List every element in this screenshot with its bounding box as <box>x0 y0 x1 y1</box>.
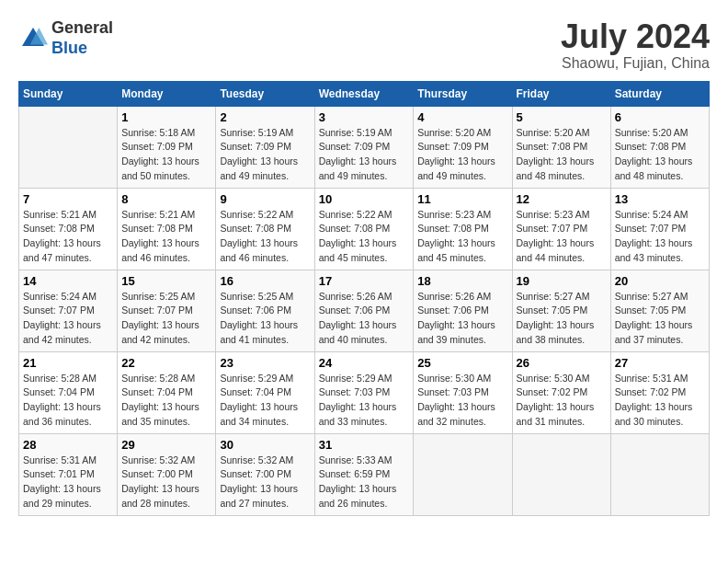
calendar-cell: 23Sunrise: 5:29 AMSunset: 7:04 PMDayligh… <box>216 351 314 433</box>
calendar-cell: 11Sunrise: 5:23 AMSunset: 7:08 PMDayligh… <box>414 188 512 270</box>
calendar-cell: 4Sunrise: 5:20 AMSunset: 7:09 PMDaylight… <box>414 106 512 188</box>
day-number: 28 <box>23 438 113 452</box>
day-info: Sunrise: 5:22 AMSunset: 7:08 PMDaylight:… <box>319 208 410 266</box>
day-number: 6 <box>615 110 705 124</box>
day-number: 5 <box>517 110 607 124</box>
day-info: Sunrise: 5:26 AMSunset: 7:06 PMDaylight:… <box>417 290 507 348</box>
day-number: 11 <box>417 192 507 206</box>
calendar-cell: 2Sunrise: 5:19 AMSunset: 7:09 PMDaylight… <box>216 106 314 188</box>
day-info: Sunrise: 5:30 AMSunset: 7:03 PMDaylight:… <box>417 372 507 430</box>
day-number: 21 <box>23 356 113 370</box>
day-info: Sunrise: 5:33 AMSunset: 6:59 PMDaylight:… <box>319 454 410 511</box>
day-info: Sunrise: 5:20 AMSunset: 7:08 PMDaylight:… <box>615 126 705 184</box>
weekday-header: Sunday <box>19 81 118 106</box>
calendar-cell: 28Sunrise: 5:31 AMSunset: 7:01 PMDayligh… <box>19 433 118 515</box>
day-number: 9 <box>220 192 310 206</box>
calendar-week-row: 7Sunrise: 5:21 AMSunset: 7:08 PMDaylight… <box>19 188 710 270</box>
day-info: Sunrise: 5:20 AMSunset: 7:08 PMDaylight:… <box>517 126 607 184</box>
day-number: 29 <box>121 438 211 452</box>
calendar-cell <box>512 433 610 515</box>
calendar-cell: 24Sunrise: 5:29 AMSunset: 7:03 PMDayligh… <box>314 351 414 433</box>
day-info: Sunrise: 5:25 AMSunset: 7:06 PMDaylight:… <box>220 290 310 348</box>
calendar-cell: 26Sunrise: 5:30 AMSunset: 7:02 PMDayligh… <box>512 351 610 433</box>
day-number: 24 <box>319 356 410 370</box>
day-info: Sunrise: 5:18 AMSunset: 7:09 PMDaylight:… <box>121 126 211 184</box>
calendar-cell: 14Sunrise: 5:24 AMSunset: 7:07 PMDayligh… <box>19 270 118 351</box>
calendar-cell: 25Sunrise: 5:30 AMSunset: 7:03 PMDayligh… <box>414 351 512 433</box>
day-info: Sunrise: 5:23 AMSunset: 7:07 PMDaylight:… <box>517 208 607 266</box>
calendar-cell <box>414 433 512 515</box>
calendar-week-row: 28Sunrise: 5:31 AMSunset: 7:01 PMDayligh… <box>19 433 710 515</box>
day-info: Sunrise: 5:32 AMSunset: 7:00 PMDaylight:… <box>220 454 310 511</box>
calendar-cell: 20Sunrise: 5:27 AMSunset: 7:05 PMDayligh… <box>610 270 709 351</box>
day-number: 10 <box>319 192 410 206</box>
day-info: Sunrise: 5:30 AMSunset: 7:02 PMDaylight:… <box>517 372 607 430</box>
calendar-cell: 27Sunrise: 5:31 AMSunset: 7:02 PMDayligh… <box>610 351 709 433</box>
calendar-cell: 22Sunrise: 5:28 AMSunset: 7:04 PMDayligh… <box>118 351 216 433</box>
calendar-week-row: 1Sunrise: 5:18 AMSunset: 7:09 PMDaylight… <box>19 106 710 188</box>
day-info: Sunrise: 5:27 AMSunset: 7:05 PMDaylight:… <box>517 290 607 348</box>
calendar-week-row: 14Sunrise: 5:24 AMSunset: 7:07 PMDayligh… <box>19 270 710 351</box>
weekday-header: Monday <box>118 81 216 106</box>
day-number: 13 <box>615 192 705 206</box>
calendar-table: SundayMondayTuesdayWednesdayThursdayFrid… <box>18 81 710 516</box>
day-info: Sunrise: 5:29 AMSunset: 7:03 PMDaylight:… <box>319 372 410 430</box>
day-info: Sunrise: 5:25 AMSunset: 7:07 PMDaylight:… <box>121 290 211 348</box>
day-number: 3 <box>319 110 410 124</box>
day-info: Sunrise: 5:23 AMSunset: 7:08 PMDaylight:… <box>417 208 507 266</box>
day-number: 19 <box>517 274 607 288</box>
calendar-cell: 31Sunrise: 5:33 AMSunset: 6:59 PMDayligh… <box>314 433 414 515</box>
logo-icon <box>18 24 48 53</box>
month-year: July 2024 <box>561 18 710 55</box>
calendar-cell: 8Sunrise: 5:21 AMSunset: 7:08 PMDaylight… <box>118 188 216 270</box>
day-info: Sunrise: 5:19 AMSunset: 7:09 PMDaylight:… <box>319 126 410 184</box>
logo-blue: Blue <box>51 39 113 59</box>
calendar-cell: 30Sunrise: 5:32 AMSunset: 7:00 PMDayligh… <box>216 433 314 515</box>
day-number: 27 <box>615 356 705 370</box>
calendar-cell <box>19 106 118 188</box>
day-number: 23 <box>220 356 310 370</box>
calendar-cell: 16Sunrise: 5:25 AMSunset: 7:06 PMDayligh… <box>216 270 314 351</box>
day-number: 20 <box>615 274 705 288</box>
weekday-header: Saturday <box>610 81 709 106</box>
calendar-cell: 19Sunrise: 5:27 AMSunset: 7:05 PMDayligh… <box>512 270 610 351</box>
calendar-cell <box>610 433 709 515</box>
calendar-cell: 12Sunrise: 5:23 AMSunset: 7:07 PMDayligh… <box>512 188 610 270</box>
calendar-cell: 21Sunrise: 5:28 AMSunset: 7:04 PMDayligh… <box>19 351 118 433</box>
calendar-cell: 1Sunrise: 5:18 AMSunset: 7:09 PMDaylight… <box>118 106 216 188</box>
day-number: 22 <box>121 356 211 370</box>
day-number: 30 <box>220 438 310 452</box>
calendar-cell: 13Sunrise: 5:24 AMSunset: 7:07 PMDayligh… <box>610 188 709 270</box>
calendar-cell: 5Sunrise: 5:20 AMSunset: 7:08 PMDaylight… <box>512 106 610 188</box>
day-info: Sunrise: 5:31 AMSunset: 7:01 PMDaylight:… <box>23 454 113 511</box>
day-number: 7 <box>23 192 113 206</box>
day-info: Sunrise: 5:28 AMSunset: 7:04 PMDaylight:… <box>121 372 211 430</box>
weekday-header-row: SundayMondayTuesdayWednesdayThursdayFrid… <box>19 81 710 106</box>
calendar-cell: 6Sunrise: 5:20 AMSunset: 7:08 PMDaylight… <box>610 106 709 188</box>
weekday-header: Friday <box>512 81 610 106</box>
calendar-cell: 29Sunrise: 5:32 AMSunset: 7:00 PMDayligh… <box>118 433 216 515</box>
logo-text: General Blue <box>51 18 113 58</box>
day-info: Sunrise: 5:31 AMSunset: 7:02 PMDaylight:… <box>615 372 705 430</box>
day-info: Sunrise: 5:32 AMSunset: 7:00 PMDaylight:… <box>121 454 211 511</box>
day-number: 4 <box>417 110 507 124</box>
day-info: Sunrise: 5:28 AMSunset: 7:04 PMDaylight:… <box>23 372 113 430</box>
calendar-cell: 10Sunrise: 5:22 AMSunset: 7:08 PMDayligh… <box>314 188 414 270</box>
day-number: 1 <box>121 110 211 124</box>
day-number: 14 <box>23 274 113 288</box>
weekday-header: Wednesday <box>314 81 414 106</box>
day-info: Sunrise: 5:20 AMSunset: 7:09 PMDaylight:… <box>417 126 507 184</box>
day-number: 31 <box>319 438 410 452</box>
location: Shaowu, Fujian, China <box>561 55 710 72</box>
calendar-cell: 18Sunrise: 5:26 AMSunset: 7:06 PMDayligh… <box>414 270 512 351</box>
calendar-cell: 15Sunrise: 5:25 AMSunset: 7:07 PMDayligh… <box>118 270 216 351</box>
weekday-header: Thursday <box>414 81 512 106</box>
day-number: 16 <box>220 274 310 288</box>
day-number: 8 <box>121 192 211 206</box>
day-info: Sunrise: 5:26 AMSunset: 7:06 PMDaylight:… <box>319 290 410 348</box>
title-section: July 2024 Shaowu, Fujian, China <box>561 18 710 72</box>
calendar-cell: 3Sunrise: 5:19 AMSunset: 7:09 PMDaylight… <box>314 106 414 188</box>
day-info: Sunrise: 5:29 AMSunset: 7:04 PMDaylight:… <box>220 372 310 430</box>
calendar-cell: 9Sunrise: 5:22 AMSunset: 7:08 PMDaylight… <box>216 188 314 270</box>
day-number: 26 <box>517 356 607 370</box>
